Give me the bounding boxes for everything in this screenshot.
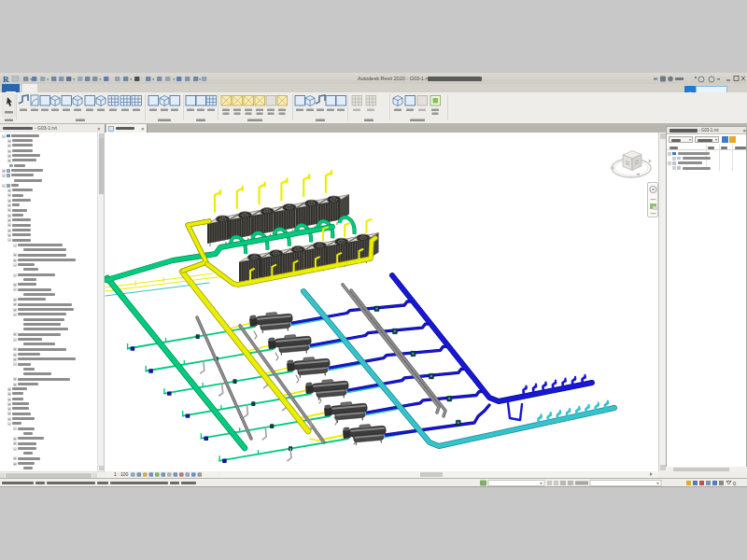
svg-text:R: R (3, 75, 9, 84)
